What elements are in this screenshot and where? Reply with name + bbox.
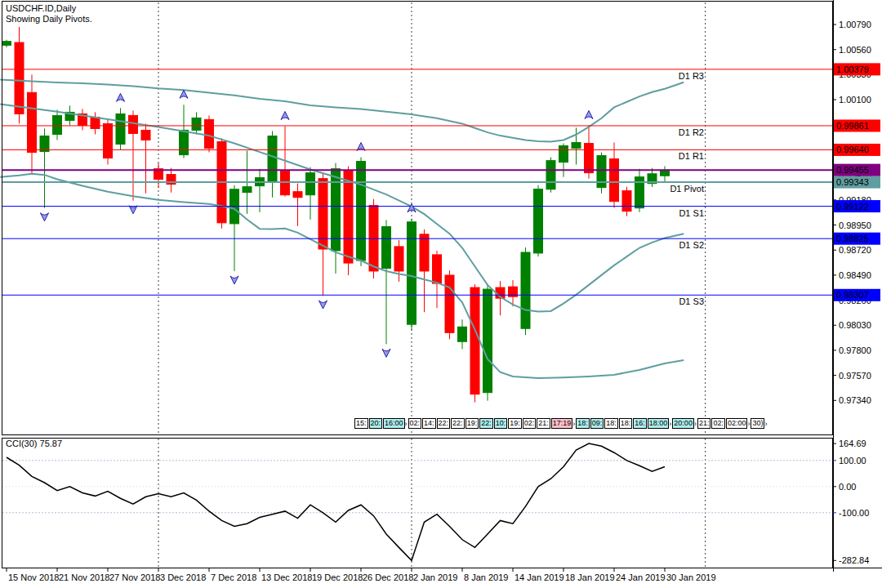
time-label-box[interactable]: 19:: [508, 418, 522, 429]
time-label-box[interactable]: 21:: [697, 418, 711, 429]
candle-bull: [661, 170, 670, 176]
indicator-subtitle: Showing Daily Pivots.: [6, 14, 92, 24]
pivot-label: D1 S1: [679, 208, 704, 218]
candle-bear: [91, 117, 100, 128]
pivot-d1-r1-badge-label: 0.99640: [836, 145, 869, 154]
price-scale-label: 0.98720: [839, 245, 871, 255]
price-scale-label: 1.00790: [839, 20, 871, 29]
trading-chart-window: D1 R3D1 R2D1 R1D1 PivotD1 S1D1 S2D1 S31.…: [0, 0, 882, 588]
cci-scale-label: 100.00: [839, 456, 866, 466]
main-chart-surface[interactable]: [2, 2, 832, 435]
date-label: 18 Jan 2019: [565, 572, 615, 582]
candle-bull: [546, 161, 555, 189]
price-scale-label: 1.00100: [839, 95, 871, 105]
candle-bull: [53, 115, 62, 134]
candle-bull: [306, 173, 315, 195]
pivot-d1-s3-badge-label: 0.98307: [836, 290, 869, 300]
candle-bear: [622, 191, 631, 212]
candle-bull: [116, 114, 125, 144]
chart-canvas[interactable]: D1 R3D1 R2D1 R1D1 PivotD1 S1D1 S2D1 S31.…: [0, 0, 882, 588]
date-label: 27 Nov 2018: [109, 572, 160, 582]
current-price-badge-label: 0.99455: [836, 165, 869, 175]
time-label-box[interactable]: 22:: [437, 418, 451, 429]
date-label: 8 Jan 2019: [464, 572, 508, 582]
chevron-right-icon: ›: [764, 420, 767, 428]
candle-bull: [40, 136, 49, 152]
symbol-title: USDCHF.ID,Daily: [6, 3, 76, 14]
time-label-box[interactable]: 02:00: [726, 418, 748, 429]
time-label-box[interactable]: 20:: [369, 418, 383, 429]
cci-scale-label: -282.84: [839, 555, 869, 565]
candle-bear: [420, 234, 429, 271]
time-label-box[interactable]: 18:00: [648, 418, 670, 429]
cci-chart-surface[interactable]: [2, 438, 832, 568]
pivot-d1-pivot-badge-label: 0.99343: [836, 177, 869, 187]
time-label-box[interactable]: 30): [751, 418, 764, 429]
time-label-box[interactable]: 16:: [633, 418, 647, 429]
price-scale-label: 0.98950: [839, 220, 871, 230]
date-label: 15 Nov 2018: [8, 572, 59, 582]
pivot-d1-s1-badge-label: 0.99122: [836, 202, 869, 212]
time-label-box[interactable]: 02:: [408, 418, 422, 429]
candle-bull: [483, 289, 492, 393]
time-label-box[interactable]: 15:: [354, 418, 368, 429]
time-label-box[interactable]: 22:: [479, 418, 493, 429]
time-label-box[interactable]: 18:: [619, 418, 633, 429]
candle-bull: [521, 252, 530, 328]
pivot-label: D1 S3: [679, 296, 704, 306]
time-label-box[interactable]: 02:: [523, 418, 537, 429]
chevron-right-icon: ›: [572, 420, 575, 428]
candle-bear: [141, 130, 150, 140]
candle-bull: [559, 146, 568, 163]
price-scale-label: 0.98490: [839, 270, 871, 280]
candle-bear: [104, 123, 113, 158]
date-label: 19 Dec 2018: [312, 572, 363, 582]
time-label-box[interactable]: 21:: [537, 418, 550, 429]
candle-bull: [180, 130, 189, 154]
candle-bear: [394, 247, 403, 271]
price-scale-label: 0.97800: [839, 345, 871, 355]
time-label-box[interactable]: 17:19: [551, 418, 573, 429]
chevron-right-icon: ›: [747, 420, 750, 428]
pivot-label: D1 R1: [679, 151, 704, 161]
time-label-box[interactable]: 09:: [590, 418, 604, 429]
candle-bear: [585, 144, 594, 173]
date-label: 14 Jan 2019: [514, 572, 564, 582]
candle-bear: [610, 159, 619, 202]
time-label-box[interactable]: 20:00: [672, 418, 694, 429]
date-label: 26 Dec 2018: [363, 572, 413, 582]
price-scale-label: 0.97570: [839, 371, 871, 381]
candle-bear: [433, 255, 442, 283]
time-label-box[interactable]: 18:: [604, 418, 618, 429]
candle-bear: [344, 171, 353, 263]
chevron-right-icon: ›: [405, 420, 408, 428]
cci-scale-label: 0.00: [839, 482, 856, 492]
time-label-box[interactable]: 18:: [576, 418, 590, 429]
candle-bear: [129, 115, 138, 133]
date-label: 21 Nov 2018: [59, 572, 109, 582]
candle-bull: [243, 187, 252, 193]
cci-scale-label: -100.00: [839, 508, 869, 518]
candle-bull: [572, 143, 581, 149]
time-label-box[interactable]: 10:: [494, 418, 508, 429]
candle-bear: [445, 275, 454, 332]
cci-scale-label: 164.69: [839, 439, 866, 448]
price-scale-label: 0.97340: [839, 395, 871, 405]
candle-bull: [408, 222, 416, 324]
date-label: 7 Dec 2018: [211, 572, 256, 582]
candle-bear: [470, 287, 479, 394]
pivot-d1-s2-badge-label: 0.98825: [836, 234, 869, 243]
pivot-label: D1 S2: [679, 240, 704, 250]
pivot-label: D1 Pivot: [670, 184, 704, 194]
chevron-right-icon: ›: [669, 420, 671, 428]
time-label-box[interactable]: 14:: [422, 418, 436, 429]
date-label: 2 Jan 2019: [413, 572, 457, 582]
chevron-right-icon: ›: [694, 420, 697, 428]
time-label-box[interactable]: 02:: [711, 418, 725, 429]
time-label-box[interactable]: 19:: [466, 418, 479, 429]
pivot-d1-r2-badge-label: 0.99861: [836, 121, 869, 131]
candle-bull: [192, 118, 201, 130]
candle-bull: [458, 327, 467, 341]
time-label-box[interactable]: 22:: [451, 418, 465, 429]
time-label-box[interactable]: 16:00: [383, 418, 405, 429]
